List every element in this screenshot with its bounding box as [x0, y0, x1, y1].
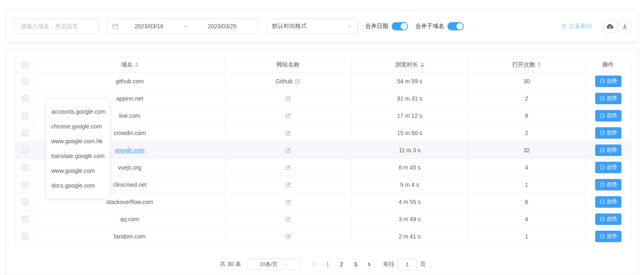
- open-count-text: 30: [468, 73, 585, 90]
- trend-button-label: 趋势: [607, 129, 617, 136]
- edit-pencil-icon[interactable]: [285, 147, 291, 153]
- duration-text: 3 m 49 s: [351, 211, 468, 228]
- trend-button[interactable]: 趋势: [595, 162, 621, 173]
- subdomain-item: www.google.com: [51, 163, 110, 178]
- domain-link[interactable]: google.com: [115, 147, 144, 154]
- trend-button[interactable]: 趋势: [595, 179, 621, 190]
- domain-search-input[interactable]: [14, 18, 99, 34]
- download-button[interactable]: [618, 20, 631, 32]
- trend-button-label: 趋势: [607, 215, 617, 222]
- trend-button[interactable]: 趋势: [595, 144, 621, 156]
- gauge-icon: [600, 165, 605, 170]
- calendar-icon: [112, 23, 119, 30]
- date-start-value[interactable]: 2023/03/18: [119, 23, 179, 30]
- goto-page-input[interactable]: [398, 259, 417, 270]
- trend-button[interactable]: 趋势: [595, 127, 621, 139]
- page-size-select[interactable]: 10条/页: [248, 259, 300, 270]
- column-header-domain-label: 域名: [121, 61, 133, 68]
- row-checkbox[interactable]: [22, 181, 28, 188]
- row-checkbox[interactable]: [22, 233, 28, 240]
- open-count-text: 32: [468, 142, 585, 159]
- duration-text: 5 m 4 s: [351, 176, 468, 193]
- trend-button[interactable]: 趋势: [595, 93, 621, 104]
- merge-subdomain-label: 合并子域名: [415, 23, 444, 30]
- subdomain-item: translate.google.com: [51, 149, 110, 163]
- row-checkbox[interactable]: [22, 164, 28, 171]
- column-header-action: 操作: [585, 57, 631, 73]
- table-row: qq.com 3 m 49 s 4 趋势: [15, 211, 631, 228]
- page-number-3[interactable]: 3: [348, 261, 362, 268]
- row-checkbox[interactable]: [22, 95, 28, 102]
- column-header-open-count[interactable]: 打开次数: [468, 57, 585, 73]
- subdomain-item: chrome.google.com: [51, 119, 110, 134]
- duration-text: 15 m 50 s: [351, 124, 468, 142]
- sort-caret-icon[interactable]: [421, 62, 424, 67]
- trend-button[interactable]: 趋势: [595, 213, 621, 225]
- trend-button[interactable]: 趋势: [595, 110, 621, 121]
- trend-button-label: 趋势: [607, 233, 617, 240]
- trend-button-label: 趋势: [607, 78, 617, 85]
- toggle-knob: [401, 23, 407, 30]
- open-count-text: 1: [468, 176, 585, 193]
- prev-page-button[interactable]: [307, 261, 321, 267]
- edit-pencil-icon[interactable]: [285, 182, 291, 188]
- column-header-domain[interactable]: 域名: [35, 57, 225, 73]
- page-unit-label: 页: [420, 261, 426, 268]
- trend-button[interactable]: 趋势: [595, 76, 621, 87]
- open-count-text: 2: [468, 124, 585, 142]
- time-format-select[interactable]: 默认时间格式: [267, 18, 358, 34]
- column-header-duration[interactable]: 浏览时长: [351, 57, 468, 73]
- merge-date-toggle[interactable]: [392, 22, 408, 30]
- edit-pencil-icon[interactable]: [285, 234, 291, 239]
- edit-pencil-icon[interactable]: [285, 216, 291, 222]
- chevron-down-icon: [283, 262, 288, 267]
- domain-text: github.com: [116, 78, 144, 85]
- gauge-icon: [600, 78, 605, 84]
- upload-button[interactable]: [603, 20, 616, 32]
- row-checkbox[interactable]: [22, 112, 28, 119]
- sort-caret-icon[interactable]: [538, 62, 541, 67]
- edit-pencil-icon[interactable]: [285, 113, 291, 119]
- next-page-button[interactable]: [362, 261, 376, 267]
- sort-caret-icon[interactable]: [135, 62, 138, 67]
- column-header-duration-label: 浏览时长: [395, 61, 418, 68]
- batch-delete-button[interactable]: 批量删除: [561, 23, 592, 30]
- edit-pencil-icon[interactable]: [285, 165, 291, 170]
- domain-text: clinicmed.net: [113, 181, 147, 188]
- edit-pencil-icon[interactable]: [285, 199, 291, 205]
- edit-pencil-icon[interactable]: [285, 96, 291, 101]
- trend-button[interactable]: 趋势: [595, 196, 621, 208]
- toolbar-right-tools: 批量删除: [561, 20, 631, 32]
- select-all-checkbox[interactable]: [22, 62, 28, 68]
- duration-text: 17 m 12 s: [351, 107, 468, 124]
- duration-text: 2 m 41 s: [351, 228, 468, 245]
- table-row: github.com Github 54 m 59 s 30 趋势: [15, 73, 631, 90]
- page-number-2[interactable]: 2: [335, 261, 348, 268]
- batch-delete-label: 批量删除: [569, 23, 592, 30]
- date-end-value[interactable]: 2023/03/25: [192, 23, 252, 30]
- total-count-label: 共 30 条: [220, 261, 241, 268]
- page-number-1[interactable]: 1: [321, 261, 335, 268]
- row-checkbox[interactable]: [22, 78, 28, 85]
- column-header-open-count-label: 打开次数: [512, 61, 535, 68]
- open-count-text: 8: [468, 107, 585, 124]
- edit-pencil-icon[interactable]: [285, 130, 291, 136]
- edit-pencil-icon[interactable]: [295, 78, 300, 84]
- trend-button-label: 趋势: [607, 164, 617, 171]
- column-header-action-label: 操作: [603, 61, 614, 68]
- trend-button-label: 趋势: [607, 198, 617, 205]
- trend-button-label: 趋势: [607, 112, 617, 119]
- row-checkbox[interactable]: [22, 147, 28, 154]
- date-range-picker[interactable]: 2023/03/18 - 2023/03/25: [107, 18, 258, 34]
- merge-subdomain-toggle[interactable]: [447, 22, 464, 30]
- row-checkbox[interactable]: [22, 130, 28, 136]
- goto-label: 前往: [383, 261, 394, 268]
- row-checkbox[interactable]: [22, 216, 28, 222]
- gauge-icon: [600, 96, 605, 101]
- gauge-icon: [600, 182, 605, 187]
- trend-button-label: 趋势: [607, 147, 617, 154]
- row-checkbox[interactable]: [22, 199, 28, 205]
- trend-button[interactable]: 趋势: [595, 231, 621, 242]
- gauge-icon: [600, 216, 605, 222]
- domain-text: appinn.net: [116, 95, 143, 102]
